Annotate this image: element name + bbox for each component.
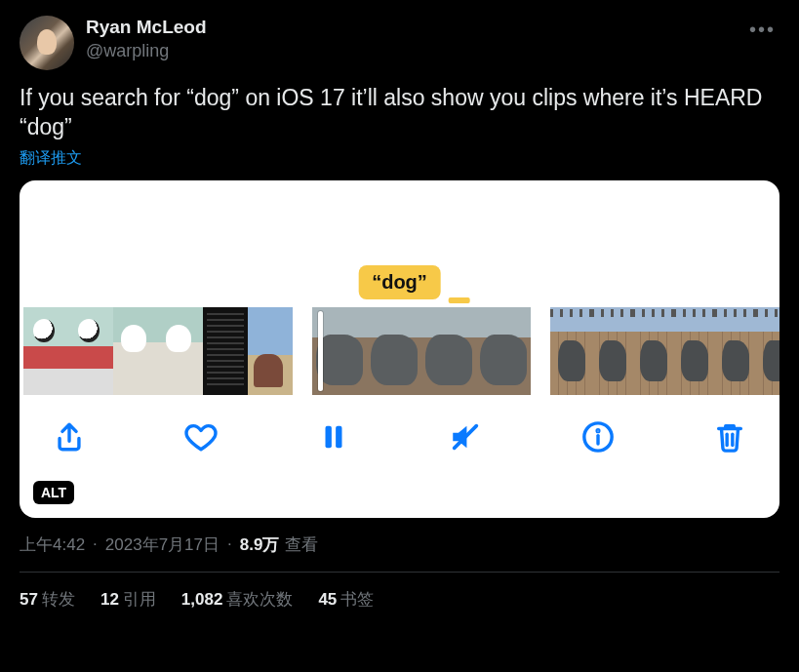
- pause-icon[interactable]: [317, 420, 350, 454]
- quotes-label: 引用: [123, 590, 156, 609]
- bookmarks-stat[interactable]: 45书签: [318, 588, 374, 611]
- bookmarks-value: 45: [318, 590, 337, 609]
- thumbnail[interactable]: [248, 307, 293, 395]
- thumbnail[interactable]: [312, 307, 367, 395]
- thumbnail[interactable]: [68, 307, 113, 395]
- thumbnail[interactable]: [591, 307, 632, 395]
- date[interactable]: 2023年7月17日: [105, 534, 220, 556]
- thumbnail[interactable]: [203, 307, 248, 395]
- tweet-text: If you search for “dog” on iOS 17 it’ll …: [20, 84, 779, 142]
- thumbnail[interactable]: [113, 307, 158, 395]
- more-icon[interactable]: •••: [745, 16, 779, 43]
- svg-rect-1: [336, 425, 341, 448]
- share-icon[interactable]: [53, 420, 86, 454]
- clip-group-center[interactable]: [312, 307, 531, 395]
- time[interactable]: 上午4:42: [20, 534, 85, 556]
- trash-icon[interactable]: [713, 420, 746, 454]
- bookmarks-label: 书签: [340, 590, 374, 609]
- heart-icon[interactable]: [184, 420, 218, 454]
- tweet-header: Ryan McLeod @warpling •••: [20, 16, 779, 70]
- thumbnail[interactable]: [476, 307, 531, 395]
- author-names[interactable]: Ryan McLeod @warpling: [86, 16, 745, 62]
- info-icon[interactable]: [581, 420, 615, 454]
- separator: ·: [93, 534, 98, 554]
- views-label: 查看: [285, 534, 318, 556]
- media-toolbar: [20, 395, 779, 454]
- clip-group-right[interactable]: [550, 307, 779, 395]
- media-card[interactable]: “dog”: [20, 180, 779, 518]
- separator: ·: [227, 534, 232, 554]
- thumbnail[interactable]: [158, 307, 203, 395]
- handle: @warpling: [86, 40, 745, 62]
- tweet-container: Ryan McLeod @warpling ••• If you search …: [0, 0, 799, 620]
- likes-value: 1,082: [181, 590, 223, 609]
- filmstrip[interactable]: [20, 307, 779, 395]
- meta-row: 上午4:42 · 2023年7月17日 · 8.9万 查看: [20, 534, 779, 573]
- search-pill: “dog”: [358, 265, 441, 299]
- likes-stat[interactable]: 1,082喜欢次数: [181, 588, 294, 611]
- thumbnail[interactable]: [632, 307, 673, 395]
- translate-link[interactable]: 翻译推文: [20, 148, 82, 169]
- views-value: 8.9万: [240, 534, 280, 556]
- thumbnail[interactable]: [550, 307, 591, 395]
- retweets-label: 转发: [42, 590, 75, 609]
- avatar[interactable]: [20, 16, 74, 70]
- thumbnail[interactable]: [673, 307, 714, 395]
- thumbnail[interactable]: [714, 307, 755, 395]
- quotes-stat[interactable]: 12引用: [100, 588, 156, 611]
- svg-rect-0: [325, 425, 331, 448]
- clip-group-left[interactable]: [23, 307, 293, 395]
- alt-badge[interactable]: ALT: [33, 481, 74, 504]
- likes-label: 喜欢次数: [226, 590, 293, 609]
- media-top: “dog”: [20, 180, 779, 307]
- stats-row: 57转发 12引用 1,082喜欢次数 45书签: [20, 573, 779, 611]
- display-name: Ryan McLeod: [86, 16, 745, 40]
- mute-icon[interactable]: [449, 420, 482, 454]
- retweets-stat[interactable]: 57转发: [20, 588, 75, 611]
- retweets-value: 57: [20, 590, 38, 609]
- thumbnail[interactable]: [421, 307, 476, 395]
- thumbnail[interactable]: [23, 307, 68, 395]
- quotes-value: 12: [100, 590, 119, 609]
- thumbnail[interactable]: [367, 307, 421, 395]
- thumbnail[interactable]: [755, 307, 779, 395]
- svg-point-4: [597, 430, 599, 432]
